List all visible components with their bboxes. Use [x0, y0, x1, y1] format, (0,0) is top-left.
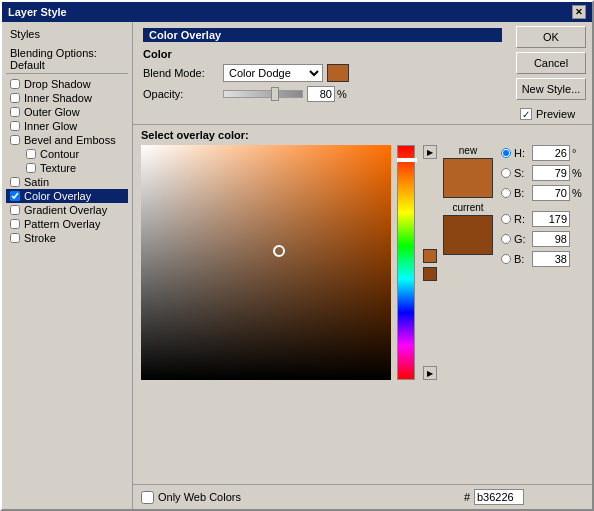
opacity-slider-track[interactable]	[223, 90, 303, 98]
close-button[interactable]: ✕	[572, 5, 586, 19]
opacity-slider-container: %	[223, 86, 502, 102]
B-input[interactable]	[532, 185, 570, 201]
buttons-panel: OK Cancel New Style... ✓ Preview	[512, 22, 592, 124]
B-radio[interactable]	[501, 188, 511, 198]
left-panel: Styles Blending Options: Default Drop Sh…	[2, 22, 133, 509]
blend-mode-label: Blend Mode:	[143, 67, 223, 79]
sidebar-item-outer-glow[interactable]: Outer Glow	[6, 105, 128, 119]
color-swatch-button[interactable]	[327, 64, 349, 82]
current-color-label: current	[452, 202, 483, 213]
G-label: G:	[514, 233, 532, 245]
inner-glow-checkbox[interactable]	[10, 121, 20, 131]
G-row: G:	[501, 231, 584, 247]
dialog-title: Layer Style	[8, 6, 67, 18]
Bv-radio[interactable]	[501, 254, 511, 264]
section-title: Color Overlay	[143, 28, 502, 42]
S-radio[interactable]	[501, 168, 511, 178]
drop-shadow-label: Drop Shadow	[24, 78, 91, 90]
S-input[interactable]	[532, 165, 570, 181]
preview-checkbox[interactable]: ✓	[520, 108, 532, 120]
hue-up-arrow[interactable]: ▶	[423, 145, 437, 159]
color-overlay-checkbox[interactable]	[10, 191, 20, 201]
outer-glow-checkbox[interactable]	[10, 107, 20, 117]
sidebar-item-pattern-overlay[interactable]: Pattern Overlay	[6, 217, 128, 231]
sidebar-item-gradient-overlay[interactable]: Gradient Overlay	[6, 203, 128, 217]
sidebar-item-inner-shadow[interactable]: Inner Shadow	[6, 91, 128, 105]
R-label: R:	[514, 213, 532, 225]
bevel-emboss-label: Bevel and Emboss	[24, 134, 116, 146]
hue-down-arrow[interactable]: ▶	[423, 366, 437, 380]
S-unit: %	[572, 167, 584, 179]
opacity-slider-thumb[interactable]	[271, 87, 279, 101]
preview-label: Preview	[536, 108, 575, 120]
contour-label: Contour	[40, 148, 79, 160]
sidebar-item-stroke[interactable]: Stroke	[6, 231, 128, 245]
color-picker-cursor	[273, 245, 285, 257]
sidebar-item-drop-shadow[interactable]: Drop Shadow	[6, 77, 128, 91]
color-picker-body: ▶ ▶ new current	[133, 145, 592, 484]
small-color-swatch-2	[423, 267, 437, 281]
bevel-emboss-checkbox[interactable]	[10, 135, 20, 145]
hue-slider[interactable]	[397, 145, 415, 380]
pattern-overlay-label: Pattern Overlay	[24, 218, 100, 230]
stroke-checkbox[interactable]	[10, 233, 20, 243]
texture-checkbox[interactable]	[26, 163, 36, 173]
pattern-overlay-checkbox[interactable]	[10, 219, 20, 229]
opacity-input[interactable]	[307, 86, 335, 102]
inner-shadow-checkbox[interactable]	[10, 93, 20, 103]
H-radio[interactable]	[501, 148, 511, 158]
sidebar-item-bevel-emboss[interactable]: Bevel and Emboss	[6, 133, 128, 147]
inner-shadow-label: Inner Shadow	[24, 92, 92, 104]
satin-label: Satin	[24, 176, 49, 188]
gradient-overlay-label: Gradient Overlay	[24, 204, 107, 216]
R-input[interactable]	[532, 211, 570, 227]
new-style-button[interactable]: New Style...	[516, 78, 586, 100]
sidebar-item-texture[interactable]: Texture	[6, 161, 128, 175]
web-colors-label: Only Web Colors	[158, 491, 241, 503]
S-label: S:	[514, 167, 532, 179]
B-unit: %	[572, 187, 584, 199]
G-radio[interactable]	[501, 234, 511, 244]
H-input[interactable]	[532, 145, 570, 161]
percent-label: %	[337, 88, 347, 100]
R-radio[interactable]	[501, 214, 511, 224]
hex-row: #	[464, 489, 524, 505]
dialog-body: Styles Blending Options: Default Drop Sh…	[2, 22, 592, 509]
current-color-swatch	[443, 215, 493, 255]
H-label: H:	[514, 147, 532, 159]
color-section-label: Color	[143, 48, 502, 60]
new-color-swatch	[443, 158, 493, 198]
right-panel: Color Overlay Color Blend Mode: Color Do…	[133, 22, 592, 509]
drop-shadow-checkbox[interactable]	[10, 79, 20, 89]
contour-checkbox[interactable]	[26, 149, 36, 159]
Bv-label: B:	[514, 253, 532, 265]
G-input[interactable]	[532, 231, 570, 247]
blend-mode-row: Blend Mode: Color Dodge	[143, 64, 502, 82]
gradient-overlay-checkbox[interactable]	[10, 205, 20, 215]
color-preview-area: new current	[443, 145, 493, 476]
sidebar-item-color-overlay[interactable]: Color Overlay	[6, 189, 128, 203]
web-colors-row: Only Web Colors	[141, 491, 241, 504]
hue-slider-cursor	[397, 158, 417, 162]
color-gradient-picker[interactable]	[141, 145, 391, 380]
B-row: B: %	[501, 185, 584, 201]
outer-glow-label: Outer Glow	[24, 106, 80, 118]
B-label: B:	[514, 187, 532, 199]
H-unit: °	[572, 147, 584, 159]
sidebar-item-contour[interactable]: Contour	[6, 147, 128, 161]
satin-checkbox[interactable]	[10, 177, 20, 187]
top-right-area: Color Overlay Color Blend Mode: Color Do…	[133, 22, 592, 124]
Bv-input[interactable]	[532, 251, 570, 267]
hex-input[interactable]	[474, 489, 524, 505]
check-icon: ✓	[522, 109, 530, 120]
sidebar-item-satin[interactable]: Satin	[6, 175, 128, 189]
blending-options-header: Blending Options: Default	[6, 45, 128, 74]
stroke-label: Stroke	[24, 232, 56, 244]
hash-label: #	[464, 491, 470, 503]
color-picker-header: Select overlay color:	[133, 125, 592, 145]
cancel-button[interactable]: Cancel	[516, 52, 586, 74]
ok-button[interactable]: OK	[516, 26, 586, 48]
blend-mode-select[interactable]: Color Dodge	[223, 64, 323, 82]
sidebar-item-inner-glow[interactable]: Inner Glow	[6, 119, 128, 133]
web-colors-checkbox[interactable]	[141, 491, 154, 504]
